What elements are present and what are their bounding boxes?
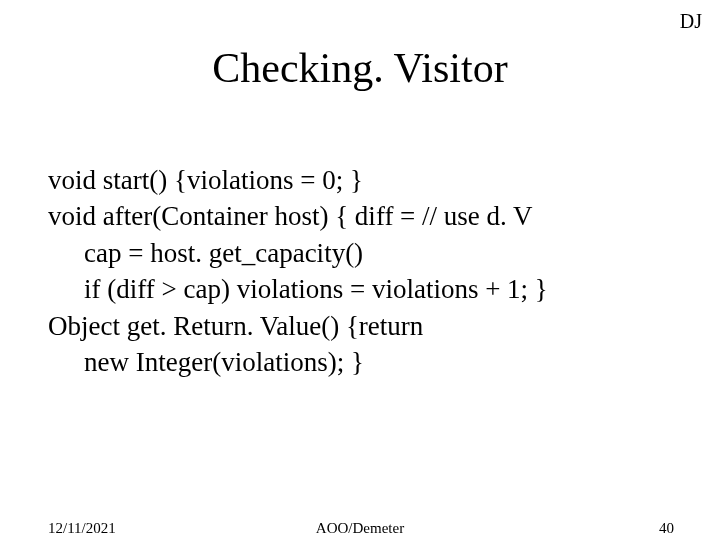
code-line: if (diff > cap) violations = violations … [48, 271, 680, 307]
code-block: void start() {violations = 0; } void aft… [48, 162, 680, 381]
code-line: Object get. Return. Value() {return [48, 308, 680, 344]
code-line: cap = host. get_capacity() [48, 235, 680, 271]
footer-center: AOO/Demeter [0, 520, 720, 537]
code-line: void start() {violations = 0; } [48, 162, 680, 198]
code-line: void after(Container host) { diff = // u… [48, 198, 680, 234]
corner-tag: DJ [680, 10, 702, 33]
code-line: new Integer(violations); } [48, 344, 680, 380]
footer-page-number: 40 [659, 520, 674, 537]
slide-title: Checking. Visitor [0, 44, 720, 92]
